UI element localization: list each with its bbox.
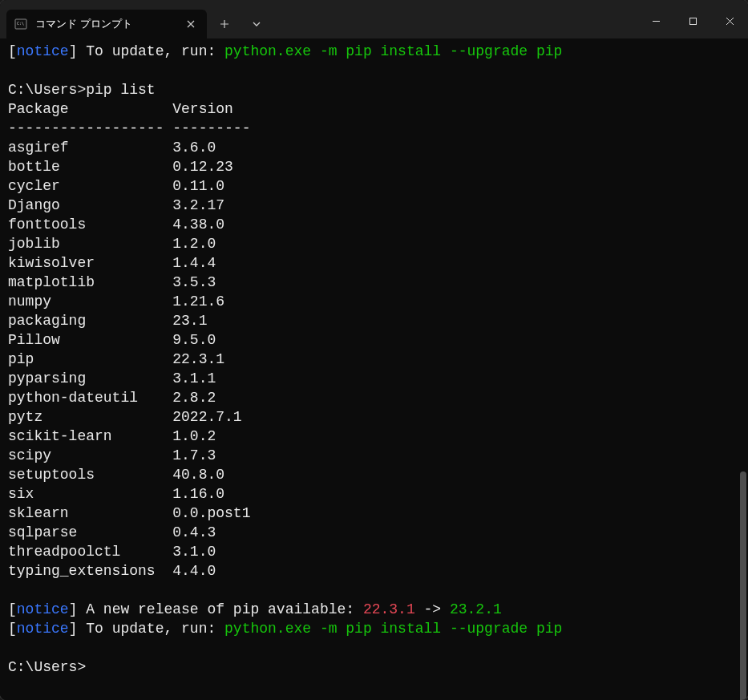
divider-line: ------------------ --------- bbox=[8, 120, 250, 136]
package-row: joblib 1.2.0 bbox=[8, 236, 216, 252]
upgrade-command: python.exe -m pip install --upgrade pip bbox=[224, 43, 562, 59]
package-row: python-dateutil 2.8.2 bbox=[8, 390, 216, 406]
package-row: numpy 1.21.6 bbox=[8, 293, 224, 310]
notice-text: ] A new release of pip available: bbox=[69, 601, 363, 617]
package-row: Pillow 9.5.0 bbox=[8, 332, 216, 348]
minimize-button[interactable] bbox=[637, 8, 674, 34]
notice-text: ] To update, run: bbox=[69, 621, 224, 637]
package-row: matplotlib 3.5.3 bbox=[8, 274, 216, 290]
svg-rect-2 bbox=[689, 18, 696, 24]
package-row: threadpoolctl 3.1.0 bbox=[8, 544, 216, 560]
package-list: asgiref 3.6.0 bottle 0.12.23 cycler 0.11… bbox=[8, 140, 250, 579]
package-row: bottle 0.12.23 bbox=[8, 159, 233, 175]
tab-dropdown-button[interactable] bbox=[242, 10, 271, 38]
notice-label: notice bbox=[17, 621, 69, 637]
package-row: typing_extensions 4.4.0 bbox=[8, 563, 216, 579]
package-row: scipy 1.7.3 bbox=[8, 447, 216, 463]
package-row: scikit-learn 1.0.2 bbox=[8, 428, 216, 444]
command: pip list bbox=[86, 82, 155, 98]
titlebar[interactable]: C:\ コマンド プロンプト bbox=[0, 0, 748, 38]
package-row: pytz 2022.7.1 bbox=[8, 409, 242, 425]
prompt: C:\Users> bbox=[8, 659, 86, 675]
maximize-button[interactable] bbox=[674, 8, 711, 34]
terminal-output[interactable]: [notice] To update, run: python.exe -m p… bbox=[0, 38, 748, 700]
notice-label: notice bbox=[17, 601, 69, 617]
package-row: pyparsing 3.1.1 bbox=[8, 370, 216, 386]
package-row: six 1.16.0 bbox=[8, 486, 224, 502]
package-row: packaging 23.1 bbox=[8, 313, 207, 329]
terminal-window: C:\ コマンド プロンプト bbox=[0, 0, 748, 700]
package-row: cycler 0.11.0 bbox=[8, 178, 224, 194]
package-row: Django 3.2.17 bbox=[8, 197, 224, 213]
package-row: asgiref 3.6.0 bbox=[8, 140, 216, 156]
scrollbar-thumb[interactable] bbox=[740, 471, 746, 700]
cmd-icon: C:\ bbox=[14, 18, 27, 30]
tab-title: コマンド プロンプト bbox=[35, 17, 175, 31]
upgrade-command: python.exe -m pip install --upgrade pip bbox=[224, 621, 562, 637]
package-row: kiwisolver 1.4.4 bbox=[8, 255, 216, 271]
new-version: 23.2.1 bbox=[450, 601, 502, 617]
old-version: 22.3.1 bbox=[363, 601, 415, 617]
notice-label: notice bbox=[17, 43, 69, 59]
package-row: setuptools 40.8.0 bbox=[8, 467, 224, 483]
package-row: fonttools 4.38.0 bbox=[8, 216, 224, 233]
tabs-area: C:\ コマンド プロンプト bbox=[0, 0, 271, 38]
tab-close-button[interactable] bbox=[183, 16, 199, 32]
svg-text:C:\: C:\ bbox=[17, 21, 24, 26]
package-row: sqlparse 0.4.3 bbox=[8, 524, 216, 540]
arrow: -> bbox=[415, 601, 450, 617]
notice-text: ] To update, run: bbox=[69, 43, 224, 59]
window-controls bbox=[637, 8, 748, 38]
tab-active[interactable]: C:\ コマンド プロンプト bbox=[6, 10, 207, 38]
close-window-button[interactable] bbox=[711, 8, 748, 34]
package-row: pip 22.3.1 bbox=[8, 351, 224, 367]
package-list-header: Package Version bbox=[8, 101, 233, 117]
package-row: sklearn 0.0.post1 bbox=[8, 505, 250, 521]
prompt: C:\Users> bbox=[8, 82, 86, 98]
new-tab-button[interactable] bbox=[210, 10, 239, 38]
